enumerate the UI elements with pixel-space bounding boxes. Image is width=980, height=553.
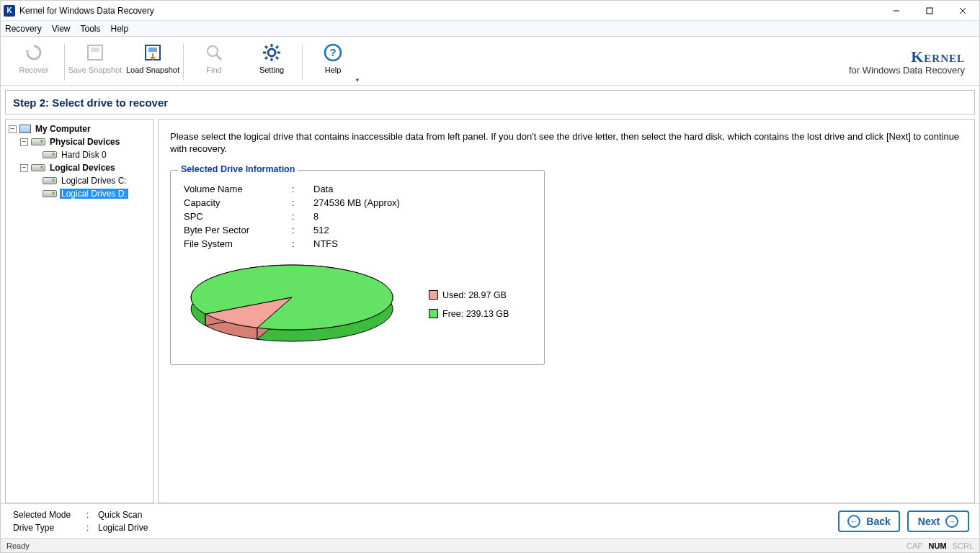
drive-icon <box>43 190 57 197</box>
usage-pie-chart <box>184 258 400 351</box>
tree-logical-drive-c[interactable]: Logical Drives C: <box>32 174 151 187</box>
drive-icon <box>43 177 57 184</box>
tree-logical-devices[interactable]: − Logical Devices <box>20 161 151 174</box>
help-icon: ? <box>323 42 343 63</box>
tree-physical-devices[interactable]: − Physical Devices <box>20 135 151 148</box>
tree-hard-disk-0[interactable]: Hard Disk 0 <box>32 148 151 161</box>
close-button[interactable] <box>946 1 979 20</box>
drive-info-title: Selected Drive Information <box>178 164 298 174</box>
collapse-icon[interactable]: − <box>20 138 28 146</box>
svg-text:?: ? <box>329 46 336 58</box>
brand-title: Kernel <box>911 48 965 66</box>
status-scrl: SCRL <box>953 541 974 550</box>
status-ready: Ready <box>6 541 30 550</box>
menu-help[interactable]: Help <box>111 24 129 34</box>
svg-rect-1 <box>927 8 932 14</box>
arrow-left-icon: ← <box>847 515 860 528</box>
menu-tools[interactable]: Tools <box>80 24 100 34</box>
toolbar-separator <box>302 44 303 81</box>
instruction-text: Please select the logical drive that con… <box>170 131 963 156</box>
titlebar-text: Kernel for Windows Data Recovery <box>19 6 880 16</box>
drive-info-group: Selected Drive Information Volume Name:D… <box>170 170 545 365</box>
table-row: SPC:8 <box>184 210 400 223</box>
svg-line-15 <box>265 46 267 48</box>
maximize-button[interactable] <box>913 1 946 20</box>
svg-line-17 <box>276 46 278 48</box>
statusbar: Ready CAP NUM SCRL <box>1 538 979 552</box>
toolbar: Recover Save Snapshot Load Snapshot Find… <box>1 37 979 86</box>
recover-icon <box>24 42 44 63</box>
step-header: Step 2: Select drive to recover <box>5 90 975 114</box>
legend-used: Used: 28.97 GB <box>429 290 509 300</box>
status-cap: CAP <box>906 541 923 550</box>
load-snapshot-button[interactable]: Load Snapshot <box>124 40 182 85</box>
find-button: Find <box>185 40 243 85</box>
computer-icon <box>19 125 31 133</box>
save-snapshot-button: Save Snapshot <box>66 40 124 85</box>
device-tree[interactable]: − My Computer − Physical Devices <box>5 119 153 503</box>
menu-view[interactable]: View <box>52 24 71 34</box>
brand-subtitle: for Windows Data Recovery <box>849 66 965 76</box>
table-row: Byte Per Sector:512 <box>184 223 400 237</box>
svg-point-10 <box>268 49 275 56</box>
svg-line-18 <box>265 57 267 59</box>
back-button[interactable]: ← Back <box>838 511 900 532</box>
menu-recovery[interactable]: Recovery <box>5 24 42 34</box>
content-pane: Please select the logical drive that con… <box>158 119 975 503</box>
table-row: Volume Name:Data <box>184 182 400 196</box>
help-button[interactable]: ? Help ▼ <box>304 40 362 85</box>
minimize-button[interactable] <box>880 1 913 20</box>
tree-root[interactable]: − My Computer <box>9 122 151 135</box>
next-button[interactable]: Next → <box>907 511 969 532</box>
svg-line-16 <box>276 57 278 59</box>
svg-point-8 <box>208 46 218 56</box>
setting-icon <box>262 42 282 63</box>
drive-icon <box>31 164 45 171</box>
chart-legend: Used: 28.97 GB Free: 239.13 GB <box>429 282 509 328</box>
recover-button: Recover <box>5 40 63 85</box>
main-panes: − My Computer − Physical Devices <box>5 119 975 503</box>
menubar: Recovery View Tools Help <box>1 21 979 37</box>
toolbar-separator <box>64 44 65 81</box>
status-num: NUM <box>929 541 947 550</box>
footer-info: Selected Mode:Quick Scan Drive Type:Logi… <box>11 508 150 535</box>
find-icon <box>204 42 224 63</box>
toolbar-separator <box>183 44 184 81</box>
collapse-icon[interactable]: − <box>9 125 17 133</box>
svg-line-9 <box>216 55 221 60</box>
table-row: File System:NTFS <box>184 237 400 251</box>
table-row: Capacity:274536 MB (Approx) <box>184 196 400 210</box>
setting-button[interactable]: Setting <box>243 40 300 85</box>
drive-icon <box>31 138 45 145</box>
drive-icon <box>43 151 57 158</box>
drive-info-table: Volume Name:Data Capacity:274536 MB (App… <box>184 182 400 251</box>
help-dropdown-icon[interactable]: ▼ <box>355 77 360 84</box>
save-snapshot-icon <box>85 42 105 63</box>
collapse-icon[interactable]: − <box>20 164 28 172</box>
load-snapshot-icon <box>143 42 163 63</box>
footer: Selected Mode:Quick Scan Drive Type:Logi… <box>1 503 979 538</box>
app-icon: K <box>4 5 15 17</box>
brand-block: Kernel for Windows Data Recovery <box>849 40 975 85</box>
tree-logical-drive-d[interactable]: Logical Drives D: <box>32 187 151 200</box>
arrow-right-icon: → <box>945 515 958 528</box>
app-window: K Kernel for Windows Data Recovery Recov… <box>0 0 980 553</box>
titlebar: K Kernel for Windows Data Recovery <box>1 1 979 21</box>
legend-free: Free: 239.13 GB <box>429 309 509 319</box>
svg-rect-5 <box>91 48 99 52</box>
svg-rect-7 <box>148 48 157 52</box>
